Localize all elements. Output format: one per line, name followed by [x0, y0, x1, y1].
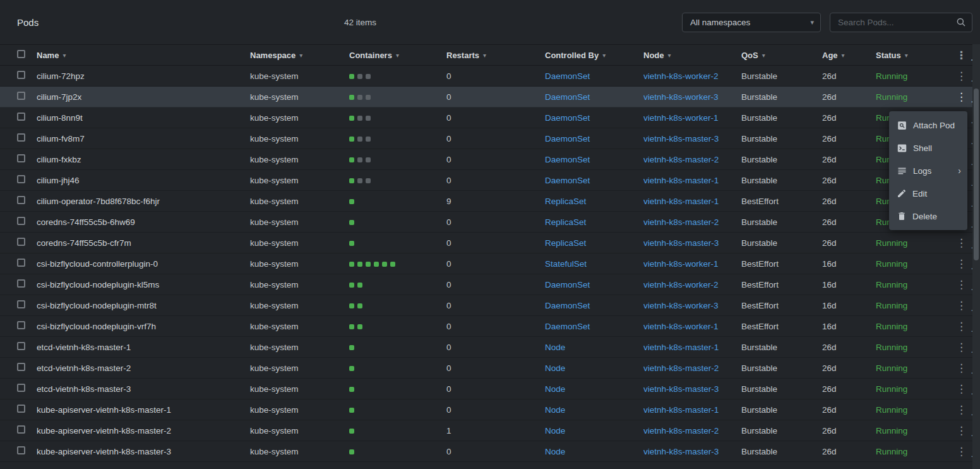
row-checkbox[interactable]: [17, 425, 25, 434]
controlled-by-link[interactable]: Node: [545, 384, 565, 394]
table-row[interactable]: etcd-vietnh-k8s-master-2 kube-system 0 N…: [0, 358, 980, 379]
row-menu-icon[interactable]: ⋮: [952, 299, 971, 312]
row-checkbox[interactable]: [17, 133, 25, 142]
node-link[interactable]: vietnh-k8s-worker-1: [643, 259, 719, 269]
column-settings-icon[interactable]: ⋮: [952, 49, 971, 62]
namespace-select[interactable]: All namespaces ▾: [682, 13, 821, 32]
node-link[interactable]: vietnh-k8s-worker-1: [643, 113, 719, 123]
column-header-qos[interactable]: QoS▾: [741, 51, 822, 60]
controlled-by-link[interactable]: DaemonSet: [545, 134, 590, 143]
row-menu-icon[interactable]: ⋮: [952, 382, 971, 396]
row-checkbox[interactable]: [17, 300, 25, 308]
table-row[interactable]: csi-bizflycloud-nodeplugin-kl5ms kube-sy…: [0, 274, 980, 295]
controlled-by-link[interactable]: Node: [545, 426, 565, 436]
controlled-by-link[interactable]: DaemonSet: [545, 176, 590, 185]
row-menu-icon[interactable]: ⋮: [952, 236, 971, 250]
node-link[interactable]: vietnh-k8s-master-1: [643, 405, 719, 415]
row-checkbox[interactable]: [17, 259, 25, 267]
controlled-by-link[interactable]: DaemonSet: [545, 322, 590, 331]
table-row[interactable]: kube-apiserver-vietnh-k8s-master-1 kube-…: [0, 399, 980, 420]
table-row[interactable]: cilium-8nn9t kube-system 0 DaemonSet vie…: [0, 107, 980, 128]
column-header-status[interactable]: Status▾: [876, 51, 952, 60]
node-link[interactable]: vietnh-k8s-master-2: [643, 155, 719, 164]
node-link[interactable]: vietnh-k8s-worker-3: [643, 301, 719, 310]
node-link[interactable]: vietnh-k8s-master-1: [643, 176, 719, 185]
table-row[interactable]: coredns-74ff55c5b-6hw69 kube-system 0 Re…: [0, 212, 980, 233]
table-row[interactable]: cilium-fv8m7 kube-system 0 DaemonSet vie…: [0, 128, 980, 149]
row-menu-icon[interactable]: ⋮: [952, 424, 971, 437]
table-row[interactable]: csi-bizflycloud-controllerplugin-0 kube-…: [0, 253, 980, 274]
row-checkbox[interactable]: [17, 175, 25, 183]
table-row[interactable]: etcd-vietnh-k8s-master-3 kube-system 0 N…: [0, 379, 980, 399]
menu-item-attach-pod[interactable]: Attach Pod: [889, 114, 967, 137]
row-checkbox[interactable]: [17, 238, 25, 246]
row-checkbox[interactable]: [17, 384, 25, 392]
node-link[interactable]: vietnh-k8s-worker-1: [643, 322, 719, 331]
row-checkbox[interactable]: [17, 71, 25, 79]
column-header-age[interactable]: Age▾: [822, 51, 876, 60]
controlled-by-link[interactable]: DaemonSet: [545, 71, 590, 81]
scrollbar-thumb[interactable]: [974, 88, 979, 260]
row-menu-icon[interactable]: ⋮: [952, 278, 971, 291]
row-checkbox[interactable]: [17, 279, 25, 288]
controlled-by-link[interactable]: DaemonSet: [545, 113, 590, 123]
node-link[interactable]: vietnh-k8s-master-3: [643, 447, 719, 456]
row-checkbox[interactable]: [17, 217, 25, 225]
table-row[interactable]: csi-bizflycloud-nodeplugin-mtr8t kube-sy…: [0, 295, 980, 316]
row-menu-icon[interactable]: ⋮: [952, 70, 971, 83]
node-link[interactable]: vietnh-k8s-master-2: [643, 217, 719, 227]
controlled-by-link[interactable]: DaemonSet: [545, 92, 590, 102]
menu-item-logs[interactable]: Logs ›: [889, 159, 967, 182]
row-menu-icon[interactable]: ⋮: [952, 362, 971, 375]
node-link[interactable]: vietnh-k8s-master-1: [643, 343, 719, 352]
controlled-by-link[interactable]: ReplicaSet: [545, 238, 586, 248]
column-header-restarts[interactable]: Restarts▾: [446, 51, 545, 60]
controlled-by-link[interactable]: ReplicaSet: [545, 197, 586, 206]
node-link[interactable]: vietnh-k8s-master-2: [643, 363, 719, 373]
controlled-by-link[interactable]: DaemonSet: [545, 301, 590, 310]
table-row[interactable]: cilium-operator-7bd8f678bc-f6hjr kube-sy…: [0, 191, 980, 212]
column-header-namespace[interactable]: Namespace▾: [250, 51, 349, 60]
row-menu-icon[interactable]: ⋮: [952, 90, 971, 104]
node-link[interactable]: vietnh-k8s-master-1: [643, 197, 719, 206]
table-row[interactable]: kube-apiserver-vietnh-k8s-master-3 kube-…: [0, 441, 980, 462]
search-icon[interactable]: [955, 16, 967, 28]
column-header-controlled-by[interactable]: Controlled By▾: [545, 51, 643, 60]
row-checkbox[interactable]: [17, 154, 25, 162]
row-checkbox[interactable]: [17, 342, 25, 350]
table-row[interactable]: cilium-7jp2x kube-system 0 DaemonSet vie…: [0, 87, 980, 107]
node-link[interactable]: vietnh-k8s-worker-2: [643, 280, 719, 289]
controlled-by-link[interactable]: Node: [545, 343, 565, 352]
search-input[interactable]: [837, 17, 955, 28]
select-all-checkbox[interactable]: [17, 50, 25, 58]
column-header-name[interactable]: Name▾: [37, 51, 250, 60]
table-row[interactable]: etcd-vietnh-k8s-master-1 kube-system 0 N…: [0, 337, 980, 358]
row-checkbox[interactable]: [17, 321, 25, 329]
row-menu-icon[interactable]: ⋮: [952, 257, 971, 271]
row-menu-icon[interactable]: ⋮: [952, 320, 971, 333]
row-checkbox[interactable]: [17, 405, 25, 413]
row-checkbox[interactable]: [17, 196, 25, 204]
table-row[interactable]: cilium-72hpz kube-system 0 DaemonSet vie…: [0, 66, 980, 87]
row-menu-icon[interactable]: ⋮: [952, 445, 971, 458]
node-link[interactable]: vietnh-k8s-worker-3: [643, 92, 719, 102]
node-link[interactable]: vietnh-k8s-master-3: [643, 238, 719, 248]
controlled-by-link[interactable]: StatefulSet: [545, 259, 587, 269]
column-header-node[interactable]: Node▾: [643, 51, 741, 60]
controlled-by-link[interactable]: ReplicaSet: [545, 217, 586, 227]
table-row[interactable]: cilium-fxkbz kube-system 0 DaemonSet vie…: [0, 149, 980, 170]
table-row[interactable]: csi-bizflycloud-nodeplugin-vrf7h kube-sy…: [0, 316, 980, 337]
controlled-by-link[interactable]: Node: [545, 405, 565, 415]
row-menu-icon[interactable]: ⋮: [952, 341, 971, 354]
node-link[interactable]: vietnh-k8s-worker-2: [643, 71, 719, 81]
row-menu-icon[interactable]: ⋮: [952, 403, 971, 417]
controlled-by-link[interactable]: Node: [545, 363, 565, 373]
row-checkbox[interactable]: [17, 363, 25, 371]
menu-item-edit[interactable]: Edit: [889, 182, 967, 205]
row-checkbox[interactable]: [17, 92, 25, 100]
controlled-by-link[interactable]: Node: [545, 447, 565, 456]
table-row[interactable]: kube-apiserver-vietnh-k8s-master-2 kube-…: [0, 420, 980, 441]
menu-item-shell[interactable]: Shell: [889, 137, 967, 159]
menu-item-delete[interactable]: Delete: [889, 205, 967, 228]
column-header-containers[interactable]: Containers▾: [349, 51, 446, 60]
